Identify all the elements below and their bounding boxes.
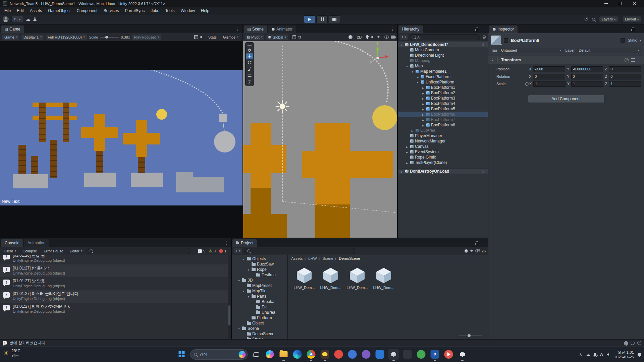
fold-arrow[interactable] [416,80,420,84]
hierarchy-search-input[interactable] [417,35,477,39]
folder-row[interactable]: BuzzSaw [232,261,287,267]
volume-icon[interactable] [607,353,610,356]
menu-jobs[interactable]: Jobs [148,8,162,13]
search-by-type-icon[interactable] [465,249,468,253]
scene-menu-icon[interactable] [481,42,485,47]
presets-icon[interactable] [631,58,635,62]
fold-arrow[interactable] [491,58,493,62]
scale-slider-thumb[interactable] [105,36,108,39]
menu-edit[interactable]: Edit [14,8,27,13]
search-icon[interactable] [592,18,595,21]
minimize-button[interactable] [599,0,613,7]
fold-arrow[interactable] [247,294,250,299]
folder-row[interactable]: Rope [232,267,287,272]
asset-item[interactable]: LHW_Dem... [292,266,316,290]
asset-item[interactable]: LHW_Dem... [345,266,369,290]
fold-arrow[interactable] [421,107,425,111]
uniform-scale-link-icon[interactable] [525,82,529,86]
folder-row[interactable]: Parts [232,294,287,299]
object-name[interactable]: BoxPlatform6 [511,38,539,43]
breadcrumb-assets[interactable]: Assets [291,256,303,260]
account-avatar[interactable] [3,16,9,22]
start-button[interactable] [176,349,187,360]
rotation-z-field[interactable] [609,74,641,79]
hierarchy-row[interactable]: Rope Gimic [398,155,488,160]
log-entry[interactable]: [01:01:26] 연결 됨UnityEngine.Debug:Log (ob… [0,255,228,264]
hierarchy-row[interactable]: Mapping [398,58,488,63]
hierarchy-row[interactable]: BoxPlatform3 [398,96,488,101]
onedrive-icon[interactable]: ☁ [586,352,590,357]
hierarchy-row[interactable]: Main Camera [398,47,488,53]
hierarchy-row[interactable]: TestPlayer(Clone) [398,160,488,165]
collapse-button[interactable]: Collapse [20,248,39,254]
scale-z-field[interactable] [609,81,641,87]
tab-inspector[interactable]: Inspector [489,25,518,33]
fold-arrow[interactable] [405,144,409,149]
fold-arrow[interactable] [400,169,404,174]
display-dropdown[interactable]: Display 1 [21,35,44,40]
folder-row[interactable]: Objects [232,256,287,261]
hierarchy-row[interactable]: BoxPlatform8 [398,122,488,128]
hidden-items-icon[interactable] [475,249,480,252]
transform-header[interactable]: Transform [488,56,644,64]
tab-console[interactable]: Console [1,239,23,247]
layer-dropdown[interactable]: Default [577,48,641,53]
app-unity-hub[interactable] [457,349,468,360]
error-pause-button[interactable]: Error Pause [41,248,66,254]
maximize-button[interactable] [613,0,627,7]
2d-toggle-button[interactable]: 2D [355,35,364,40]
create-object-button[interactable] [399,35,408,40]
lock-icon[interactable] [475,29,478,31]
notification-bell-icon[interactable] [638,353,641,356]
folder-row[interactable]: Breaka [232,299,287,304]
move-tool-button[interactable] [246,53,253,59]
log-entry[interactable]: [01:01:27] 마스터 클라이언트 입니다.UnityEngine.Deb… [0,290,228,303]
fold-arrow[interactable] [405,160,409,165]
scale-tool-button[interactable] [246,66,253,72]
app-file-explorer[interactable] [278,349,289,360]
log-entry[interactable]: [01:01:27] 방 들어감UnityEngine.Debug:Log (o… [0,264,228,277]
folder-row[interactable]: MapTile [232,288,287,294]
create-asset-button[interactable] [234,248,242,253]
folder-row[interactable]: Etc [232,304,287,310]
snap-icon[interactable] [298,35,302,39]
console-search-input[interactable] [94,249,187,253]
app-chrome[interactable] [306,349,317,360]
app-vscode[interactable] [375,349,385,360]
visibility-icon[interactable] [384,36,389,39]
menu-window[interactable]: Window [178,8,198,13]
weather-widget[interactable]: ☀ 28°C 맑음 [3,349,20,358]
palette-drag-handle[interactable] [248,44,252,46]
hierarchy-row[interactable]: Map [398,63,488,69]
panel-menu-icon[interactable] [637,27,641,32]
scene-header-row[interactable]: LHW_DemoScene1* [398,42,488,47]
folder-row[interactable]: Scene [232,326,287,331]
step-button[interactable] [329,15,340,23]
cloud-services-icon[interactable]: ☁ [26,16,31,22]
menu-parrelsync[interactable]: ParrelSync [122,8,148,13]
console-scrollbar[interactable] [228,255,231,339]
app-kakaotalk[interactable] [320,349,330,360]
fold-arrow[interactable] [237,326,241,331]
directional-light-gizmo-icon[interactable]: ☀ [274,98,290,116]
project-search-input[interactable] [252,249,353,253]
play-focused-dropdown[interactable]: Play Focused [132,35,161,40]
notifications-icon[interactable] [624,341,628,345]
folder-row[interactable]: UnBrea [232,310,287,315]
fold-arrow[interactable] [421,123,425,127]
menu-assets[interactable]: Assets [27,8,45,13]
account-dropdown[interactable]: 이 [11,16,23,23]
hierarchy-row[interactable]: BoxPlatform1 [398,85,488,90]
active-checkbox[interactable] [504,38,508,43]
panel-menu-icon[interactable] [390,27,394,32]
position-z-field[interactable] [609,66,641,72]
grid-snap-icon[interactable] [292,35,296,39]
tab-project[interactable]: Project [232,239,257,247]
fold-arrow[interactable] [421,96,425,101]
copilot-icon[interactable] [239,351,246,358]
effects-toggle-icon[interactable] [377,35,380,39]
layers-dropdown[interactable]: Layers [599,16,618,22]
hidden-icons-chevron[interactable]: ∧ [579,352,582,357]
capture-icon[interactable] [194,35,198,39]
shading-mode-icon[interactable] [348,35,353,39]
